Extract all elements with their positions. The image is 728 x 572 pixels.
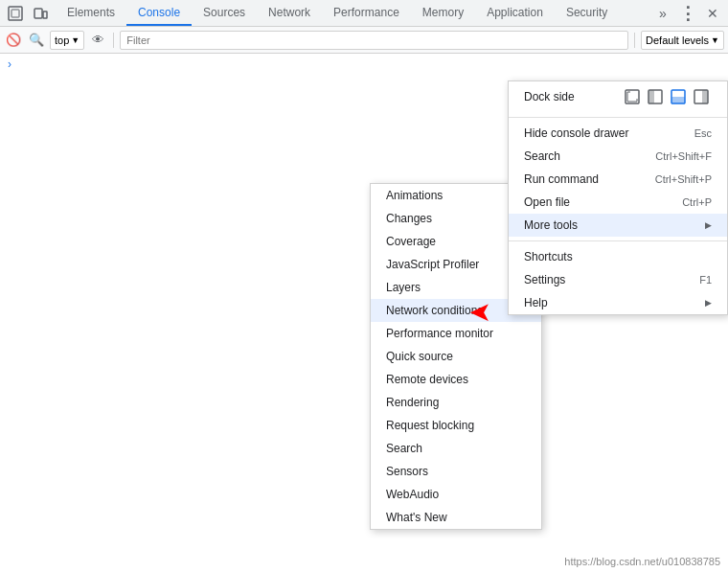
menu-shortcuts[interactable]: Shortcuts bbox=[509, 245, 727, 268]
menu-rendering[interactable]: Rendering bbox=[371, 391, 541, 414]
divider bbox=[113, 33, 114, 48]
dock-bottom-icon[interactable] bbox=[668, 86, 689, 107]
menu-search[interactable]: Search bbox=[371, 437, 541, 460]
dock-side-row: Dock side bbox=[509, 81, 727, 113]
tab-performance[interactable]: Performance bbox=[322, 0, 411, 26]
menu-quick-source[interactable]: Quick source bbox=[371, 345, 541, 368]
customize-btn[interactable]: ⋮ bbox=[676, 2, 699, 25]
menu-more-tools[interactable]: More tools bbox=[509, 214, 727, 237]
filter-btn[interactable]: 🔍 bbox=[27, 31, 46, 50]
menu-perf-monitor[interactable]: Performance monitor bbox=[371, 322, 541, 345]
svg-rect-0 bbox=[9, 7, 22, 20]
eye-btn[interactable]: 👁 bbox=[88, 31, 107, 50]
context-label: top bbox=[55, 34, 69, 46]
dock-side-label: Dock side bbox=[524, 90, 575, 103]
context-dropdown-icon: ▼ bbox=[71, 35, 80, 45]
tab-sources[interactable]: Sources bbox=[192, 0, 257, 26]
context-menu: Dock side bbox=[508, 80, 728, 315]
svg-rect-6 bbox=[648, 90, 654, 103]
menu-sensors[interactable]: Sensors bbox=[371, 460, 541, 483]
content-area: › Animations Changes Coverage JavaScript… bbox=[0, 54, 728, 571]
devtools-icons-left bbox=[0, 2, 56, 25]
menu-settings[interactable]: Settings F1 bbox=[509, 268, 727, 291]
tab-network[interactable]: Network bbox=[257, 0, 322, 26]
menu-search-main[interactable]: Search Ctrl+Shift+F bbox=[509, 145, 727, 168]
svg-rect-1 bbox=[11, 10, 19, 17]
devtools-tabs-right: » ⋮ ✕ bbox=[651, 2, 728, 25]
menu-run-command[interactable]: Run command Ctrl+Shift+P bbox=[509, 168, 727, 191]
menu-request-blocking[interactable]: Request blocking bbox=[371, 414, 541, 437]
clear-console-btn[interactable]: 🚫 bbox=[4, 31, 23, 50]
context-selector[interactable]: top ▼ bbox=[50, 31, 84, 50]
dock-right-icon[interactable] bbox=[691, 86, 712, 107]
close-devtools-btn[interactable]: ✕ bbox=[701, 2, 724, 25]
devtools-topbar: Elements Console Sources Network Perform… bbox=[0, 0, 728, 27]
levels-label: Default levels bbox=[646, 34, 709, 46]
menu-help[interactable]: Help bbox=[509, 291, 727, 314]
tab-security[interactable]: Security bbox=[555, 0, 619, 26]
levels-dropdown-icon: ▼ bbox=[711, 35, 719, 45]
tab-console[interactable]: Console bbox=[126, 0, 192, 26]
watermark: https://blog.csdn.net/u010838785 bbox=[564, 556, 720, 567]
menu-whats-new[interactable]: What's New bbox=[371, 506, 541, 529]
undock-icon[interactable] bbox=[622, 86, 643, 107]
menu-divider-1 bbox=[509, 117, 727, 118]
levels-select[interactable]: Default levels ▼ bbox=[641, 31, 724, 50]
menu-hide-console[interactable]: Hide console drawer Esc bbox=[509, 122, 727, 145]
inspect-element-btn[interactable] bbox=[4, 2, 27, 25]
svg-rect-2 bbox=[34, 9, 42, 18]
dock-left-icon[interactable] bbox=[645, 86, 666, 107]
tab-application[interactable]: Application bbox=[475, 0, 555, 26]
divider2 bbox=[634, 33, 635, 48]
filter-input[interactable] bbox=[120, 31, 628, 50]
device-toggle-btn[interactable] bbox=[29, 2, 52, 25]
more-tabs-btn[interactable]: » bbox=[651, 2, 674, 25]
tab-elements[interactable]: Elements bbox=[56, 0, 126, 26]
svg-rect-8 bbox=[671, 97, 685, 103]
dock-icons bbox=[622, 86, 712, 107]
menu-remote-devices[interactable]: Remote devices bbox=[371, 368, 541, 391]
menu-webaudio[interactable]: WebAudio bbox=[371, 483, 541, 506]
svg-rect-10 bbox=[702, 90, 708, 103]
devtools-tabs: Elements Console Sources Network Perform… bbox=[56, 0, 619, 26]
svg-rect-3 bbox=[43, 11, 47, 18]
menu-open-file[interactable]: Open file Ctrl+P bbox=[509, 191, 727, 214]
console-toolbar: 🚫 🔍 top ▼ 👁 Default levels ▼ bbox=[0, 27, 728, 54]
tab-memory[interactable]: Memory bbox=[411, 0, 475, 26]
menu-divider-2 bbox=[509, 240, 727, 241]
console-prompt: › bbox=[0, 54, 728, 75]
